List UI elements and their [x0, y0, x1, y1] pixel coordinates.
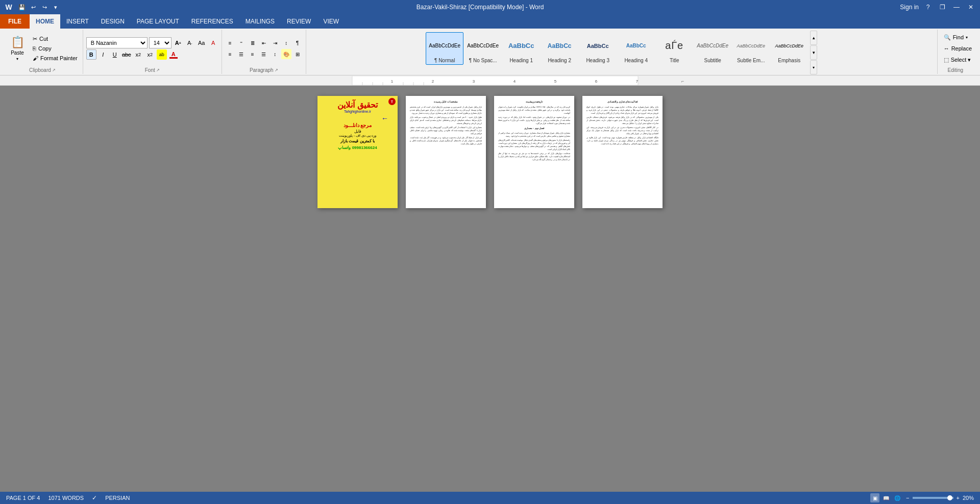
- quick-access-more[interactable]: ▾: [51, 3, 60, 12]
- page-3-content: تاریخچه و پیشینه کریم خان زند که در سال‌…: [494, 96, 574, 208]
- decrease-indent-button[interactable]: ⇤: [259, 38, 269, 48]
- font-size-select[interactable]: 14: [149, 37, 172, 48]
- style-subtle-emphasis-label: Subtle Em...: [737, 58, 765, 63]
- cut-button[interactable]: ✂ Cut: [31, 34, 80, 43]
- web-layout-icon[interactable]: 🌐: [893, 493, 902, 502]
- select-button[interactable]: ⬚ Select ▾: [941, 55, 975, 65]
- shading-button[interactable]: 🎨: [281, 49, 291, 59]
- restore-btn[interactable]: ❐: [937, 2, 947, 12]
- clipboard-expand-icon[interactable]: ↗: [52, 68, 56, 72]
- paste-button[interactable]: 📋 Paste ▾: [5, 34, 30, 63]
- tab-file[interactable]: FILE: [0, 14, 30, 29]
- style-heading1[interactable]: AaBbCc Heading 1: [502, 32, 540, 65]
- underline-button[interactable]: U: [110, 49, 120, 60]
- clipboard-small-buttons: ✂ Cut ⎘ Copy 🖌 Format Painter: [31, 34, 80, 63]
- sign-in-btn[interactable]: Sign in: [900, 4, 919, 11]
- copy-icon: ⎘: [33, 45, 36, 52]
- increase-indent-button[interactable]: ⇥: [270, 38, 280, 48]
- style-heading4[interactable]: AaBbCc Heading 4: [617, 32, 655, 65]
- font-controls: B Nazanin 14 A+ A- Aa A B I U abc x2: [86, 37, 218, 60]
- tab-home[interactable]: HOME: [30, 14, 60, 29]
- numbering-button[interactable]: ⁼: [236, 38, 247, 48]
- language: PERSIAN: [105, 495, 130, 501]
- align-right-button[interactable]: ≡: [248, 49, 258, 59]
- tab-page-layout[interactable]: PAGE LAYOUT: [131, 14, 185, 29]
- zoom-out-btn[interactable]: −: [906, 495, 909, 501]
- minimize-btn[interactable]: —: [951, 2, 962, 12]
- paragraph-expand-icon[interactable]: ↗: [275, 68, 278, 72]
- redo-quick-btn[interactable]: ↪: [40, 3, 49, 12]
- superscript-button[interactable]: x2: [145, 49, 155, 60]
- word-count: 1071 WORDS: [48, 495, 84, 501]
- cover-price: با کمترین قیمت بازار: [340, 139, 375, 143]
- justify-button[interactable]: ☰: [259, 49, 269, 59]
- font-expand-icon[interactable]: ↗: [156, 68, 160, 72]
- styles-content: AaBbCcDdEe ¶ Normal AaBbCcDdEe ¶ No Spac…: [426, 31, 817, 74]
- subscript-button[interactable]: x2: [133, 49, 143, 60]
- style-heading2[interactable]: AaBbCc Heading 2: [541, 32, 578, 65]
- bold-button[interactable]: B: [86, 49, 96, 60]
- zoom-in-btn[interactable]: +: [957, 495, 960, 501]
- clear-formatting-button[interactable]: A: [208, 38, 218, 48]
- tab-view[interactable]: VIEW: [317, 14, 345, 29]
- font-row-2: B I U abc x2 x2 ab A: [86, 49, 218, 60]
- grow-font-button[interactable]: A+: [173, 38, 183, 48]
- zoom-slider[interactable]: [913, 497, 953, 499]
- italic-button[interactable]: I: [98, 49, 108, 60]
- page-4-para3: در کنار کالاهای سنتی، امروزه محصولات مدر…: [586, 126, 658, 135]
- tab-mailings[interactable]: MAILINGS: [239, 14, 281, 29]
- find-button[interactable]: 🔍 Find ▾: [941, 32, 975, 42]
- style-normal[interactable]: AaBbCcDdEe ¶ Normal: [426, 32, 463, 65]
- ruler-svg: 7 6 5 4 3 2 1 ⌐: [301, 76, 689, 85]
- page-2-para3: معماری این بازار با استفاده از آجر، کاشی…: [410, 126, 482, 135]
- strikethrough-button[interactable]: abc: [121, 49, 132, 60]
- line-spacing-button[interactable]: ↕: [270, 49, 280, 59]
- format-painter-icon: 🖌: [33, 55, 38, 61]
- styles-scroll-down[interactable]: ▼: [810, 45, 817, 60]
- copy-button[interactable]: ⎘ Copy: [31, 44, 80, 53]
- style-subtitle[interactable]: AaBbCcDdEe Subtitle: [694, 32, 731, 65]
- format-painter-button[interactable]: 🖌 Format Painter: [31, 54, 80, 63]
- tab-insert[interactable]: INSERT: [60, 14, 95, 29]
- text-highlight-button[interactable]: ab: [157, 49, 167, 60]
- page-3-heading: تاریخچه و پیشینه: [498, 100, 570, 104]
- borders-button[interactable]: ⊞: [292, 49, 303, 59]
- style-no-spacing[interactable]: AaBbCcDdEe ¶ No Spac...: [464, 32, 502, 65]
- ruler: 7 6 5 4 3 2 1 ⌐: [0, 75, 980, 86]
- align-left-button[interactable]: ≡: [225, 49, 235, 59]
- tab-review[interactable]: REVIEW: [281, 14, 317, 29]
- replace-button[interactable]: ↔ Replace: [941, 43, 975, 54]
- style-heading4-label: Heading 4: [624, 58, 648, 63]
- tab-references[interactable]: REFERENCES: [185, 14, 239, 29]
- style-subtle-emphasis[interactable]: AaBbCcDdEe Subtle Em...: [732, 32, 770, 65]
- style-title[interactable]: aЃe Title: [655, 32, 693, 65]
- page-count: PAGE 1 OF 4: [6, 495, 40, 501]
- save-quick-btn[interactable]: 💾: [17, 3, 27, 12]
- cover-ref-label: مرجع دانلـــود: [344, 122, 372, 128]
- tab-design[interactable]: DESIGN: [95, 14, 131, 29]
- change-case-button[interactable]: Aa: [197, 38, 207, 48]
- read-mode-icon[interactable]: 📖: [881, 493, 891, 502]
- style-emphasis[interactable]: AaBbCcDdEe Emphasis: [770, 32, 808, 65]
- shrink-font-button[interactable]: A-: [185, 38, 195, 48]
- styles-scroll-buttons: ▲ ▼ ▾: [810, 31, 817, 74]
- font-row-1: B Nazanin 14 A+ A- Aa A: [86, 37, 218, 48]
- help-btn[interactable]: ?: [923, 2, 933, 12]
- bullets-button[interactable]: ≡: [225, 38, 235, 48]
- show-marks-button[interactable]: ¶: [292, 38, 303, 48]
- multilevel-list-button[interactable]: ≣: [248, 38, 258, 48]
- page-4-para1: بازار وکیل شیراز همواره مرکز مبادلات تجا…: [586, 106, 658, 115]
- style-heading3[interactable]: AaBbCc Heading 3: [579, 32, 617, 65]
- cut-icon: ✂: [33, 36, 37, 42]
- align-center-button[interactable]: ☰: [236, 49, 247, 59]
- styles-scroll-up[interactable]: ▲: [810, 31, 817, 45]
- undo-quick-btn[interactable]: ↩: [29, 3, 38, 12]
- print-layout-icon[interactable]: ▣: [870, 493, 879, 502]
- styles-more[interactable]: ▾: [810, 60, 817, 74]
- font-color-button[interactable]: A: [168, 49, 179, 60]
- sort-button[interactable]: ↕: [281, 38, 291, 48]
- window-title: Bazar-Vakil-Shiraz [Compatibility Mode] …: [60, 4, 900, 11]
- svg-text:3: 3: [473, 79, 475, 84]
- close-btn[interactable]: ✕: [966, 2, 976, 12]
- font-name-select[interactable]: B Nazanin: [86, 37, 148, 48]
